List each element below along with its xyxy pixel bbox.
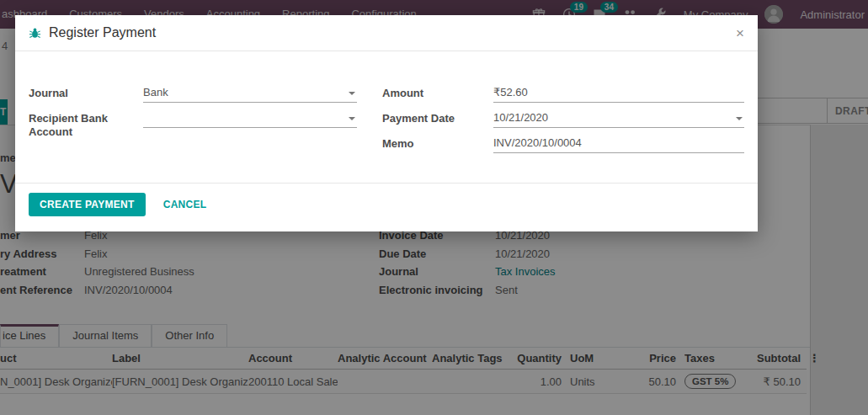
modal-title: Register Payment [49,25,156,40]
recipient-bank-field-row: Recipient Bank Account [29,110,357,139]
modal-footer: CREATE PAYMENT CANCEL [15,183,758,231]
bug-icon [29,27,41,40]
register-payment-modal: Register Payment × Journal Bank Recipien… [15,15,758,231]
memo-input-value: INV/2020/10/0004 [493,136,582,149]
amount-field-row: Amount ₹52.60 [382,85,744,103]
modal-header: Register Payment × [15,15,758,51]
amount-input[interactable]: ₹52.60 [493,85,744,103]
payment-date-field-row: Payment Date 10/21/2020 [382,110,744,128]
journal-field-label: Journal [29,85,143,100]
memo-field-row: Memo INV/2020/10/0004 [382,136,744,153]
memo-field-label: Memo [382,136,493,151]
payment-date-input[interactable]: 10/21/2020 [493,110,744,128]
close-icon[interactable]: × [736,26,744,40]
chevron-down-icon[interactable] [349,117,355,120]
payment-date-input-value: 10/21/2020 [493,111,548,124]
journal-select[interactable]: Bank [143,85,357,103]
modal-body: Journal Bank Recipient Bank Account Amou… [15,51,758,161]
journal-select-value: Bank [143,86,168,98]
journal-field-row: Journal Bank [29,85,357,103]
chevron-down-icon[interactable] [349,92,355,95]
chevron-down-icon[interactable] [736,117,743,120]
create-payment-button[interactable]: CREATE PAYMENT [29,193,146,216]
amount-input-value: ₹52.60 [493,86,528,98]
cancel-button[interactable]: CANCEL [162,193,209,216]
recipient-bank-select[interactable] [143,110,357,128]
amount-field-label: Amount [382,85,493,100]
memo-input[interactable]: INV/2020/10/0004 [493,136,744,153]
modal-right-column: Amount ₹52.60 Payment Date 10/21/2020 Me… [382,85,744,161]
payment-date-field-label: Payment Date [382,110,493,125]
recipient-bank-field-label: Recipient Bank Account [29,110,143,139]
modal-left-column: Journal Bank Recipient Bank Account [29,85,357,161]
